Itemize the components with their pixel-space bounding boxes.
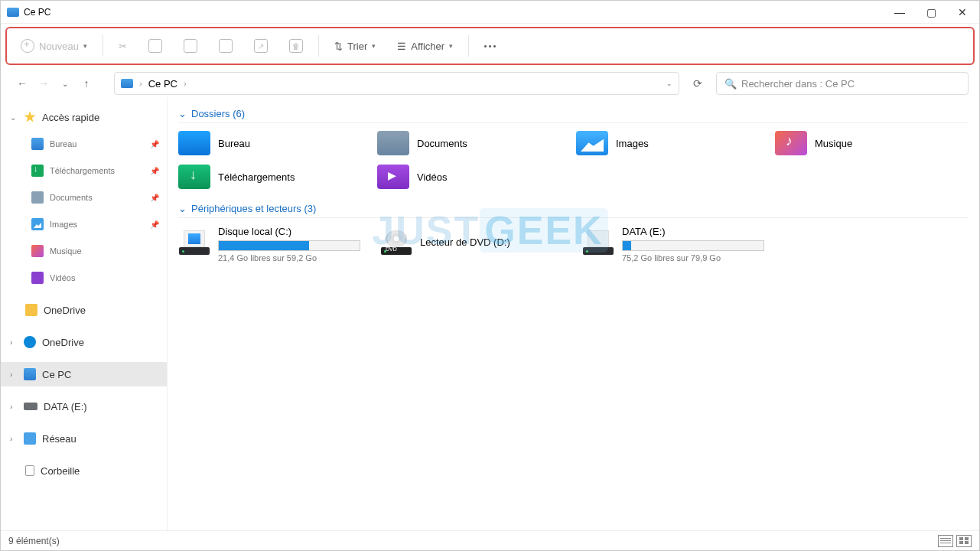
folder-desktop[interactable]: Bureau (178, 131, 362, 155)
refresh-button[interactable]: ⟳ (685, 77, 710, 90)
sidebar-item-trash[interactable]: Corbeille (1, 458, 167, 483)
videos-folder-icon (377, 165, 409, 189)
share-button[interactable]: ↗ (248, 34, 274, 57)
music-icon (31, 245, 44, 257)
plus-icon (21, 39, 34, 53)
sidebar-item-videos[interactable]: Vidéos (1, 266, 167, 290)
chevron-down-icon: ▾ (449, 42, 453, 50)
sort-icon: ⇅ (334, 41, 343, 52)
delete-button[interactable]: 🗑 (283, 34, 309, 57)
drive-icon (24, 403, 37, 410)
close-button[interactable]: ✕ (958, 6, 967, 18)
group-drives[interactable]: ⌄Périphériques et lecteurs (3) (178, 203, 969, 218)
icons-view-button[interactable] (956, 535, 972, 547)
status-bar: 9 élément(s) (1, 530, 979, 550)
more-button[interactable] (478, 41, 502, 52)
rename-button[interactable] (213, 34, 239, 57)
maximize-button[interactable]: ▢ (926, 6, 936, 18)
thispc-icon (121, 79, 133, 88)
downloads-folder-icon (178, 165, 210, 189)
chevron-down-icon: ⌄ (178, 108, 187, 119)
pin-icon: 📌 (150, 167, 159, 175)
sort-button[interactable]: ⇅ Trier ▾ (328, 36, 382, 57)
images-folder-icon (576, 131, 608, 155)
window-title: Ce PC (24, 7, 50, 18)
sidebar-item-images[interactable]: Images📌 (1, 212, 167, 236)
content-area: ⌄Dossiers (6) Bureau Documents Images Mu… (168, 97, 979, 532)
documents-folder-icon (377, 131, 409, 155)
back-button[interactable]: ← (15, 77, 30, 90)
sidebar-item-downloads[interactable]: Téléchargements📌 (1, 158, 167, 183)
folder-documents[interactable]: Documents (377, 131, 561, 155)
pin-icon: 📌 (150, 140, 159, 148)
sidebar-item-documents[interactable]: Documents📌 (1, 185, 167, 210)
chevron-down-icon: ⌄ (178, 203, 187, 214)
paste-icon (184, 39, 197, 53)
item-count: 9 élément(s) (8, 536, 60, 546)
details-view-button[interactable] (938, 535, 953, 547)
sidebar-item-music[interactable]: Musique (1, 239, 167, 263)
sidebar: ⌄Accès rapide Bureau📌 Téléchargements📌 D… (1, 97, 168, 532)
group-folders[interactable]: ⌄Dossiers (6) (178, 108, 969, 123)
share-icon: ↗ (254, 39, 268, 53)
copy-button[interactable] (142, 34, 168, 57)
folder-images[interactable]: Images (576, 131, 760, 155)
cut-button[interactable]: ✂ (112, 36, 133, 57)
sidebar-item-onedrive-local[interactable]: OneDrive (1, 298, 167, 322)
breadcrumb-location[interactable]: Ce PC (148, 78, 177, 90)
videos-icon (31, 272, 44, 284)
documents-icon (31, 191, 44, 204)
sidebar-item-data[interactable]: ›DATA (E:) (1, 394, 167, 419)
sidebar-item-network[interactable]: ›Réseau (1, 426, 167, 451)
view-button[interactable]: ☰ Afficher ▾ (391, 36, 459, 57)
star-icon (24, 111, 36, 123)
images-icon (31, 218, 44, 230)
toolbar: Nouveau ▾ ✂ ↗ 🗑 ⇅ Trier ▾ ☰ Afficher ▾ (5, 27, 975, 65)
breadcrumb[interactable]: › Ce PC › ⌄ (114, 72, 679, 95)
storage-bar (218, 240, 360, 251)
drive-d[interactable]: Lecteur de DVD (D:) (380, 226, 567, 262)
copy-icon (148, 39, 162, 53)
paste-button[interactable] (177, 34, 203, 57)
drive-c[interactable]: Disque local (C:) 21,4 Go libres sur 59,… (178, 226, 365, 262)
minimize-button[interactable]: — (894, 6, 905, 18)
drive-e[interactable]: DATA (E:) 75,2 Go libres sur 79,9 Go (582, 226, 769, 262)
search-input[interactable]: 🔍 Rechercher dans : Ce PC (716, 72, 969, 95)
sidebar-item-onedrive[interactable]: ›OneDrive (1, 330, 167, 354)
rename-icon (219, 39, 233, 53)
address-bar: ← → ⌄ ↑ › Ce PC › ⌄ ⟳ 🔍 Rechercher dans … (1, 70, 979, 97)
folder-icon (25, 304, 37, 316)
desktop-icon (31, 138, 44, 150)
music-folder-icon (775, 131, 807, 155)
sidebar-item-desktop[interactable]: Bureau📌 (1, 132, 167, 156)
folder-videos[interactable]: Vidéos (377, 165, 561, 189)
thispc-icon (7, 8, 19, 17)
trash-icon: 🗑 (289, 39, 303, 53)
chevron-down-icon: ▾ (372, 42, 376, 50)
dvd-icon (380, 226, 412, 255)
folder-music[interactable]: Musique (775, 131, 959, 155)
view-icon: ☰ (397, 41, 406, 52)
download-icon (31, 165, 44, 177)
forward-button[interactable]: → (36, 77, 51, 90)
folder-downloads[interactable]: Téléchargements (178, 165, 362, 189)
new-button[interactable]: Nouveau ▾ (15, 34, 93, 57)
ellipsis-icon (484, 45, 496, 47)
trash-icon (25, 465, 34, 476)
recent-button[interactable]: ⌄ (57, 80, 73, 88)
cloud-icon (24, 336, 36, 348)
pin-icon: 📌 (150, 194, 159, 202)
up-button[interactable]: ↑ (79, 77, 94, 90)
title-bar: Ce PC — ▢ ✕ (1, 1, 979, 24)
sidebar-item-thispc[interactable]: ›Ce PC (1, 362, 167, 386)
sidebar-item-quickaccess[interactable]: ⌄Accès rapide (1, 105, 167, 129)
thispc-icon (24, 368, 36, 380)
chevron-down-icon: ▾ (83, 42, 87, 50)
drive-icon (178, 226, 210, 255)
chevron-down-icon[interactable]: ⌄ (666, 80, 672, 87)
search-icon: 🔍 (724, 78, 737, 90)
drive-icon (582, 226, 614, 255)
desktop-folder-icon (178, 131, 210, 155)
scissors-icon: ✂ (119, 41, 127, 52)
storage-bar (622, 240, 764, 251)
